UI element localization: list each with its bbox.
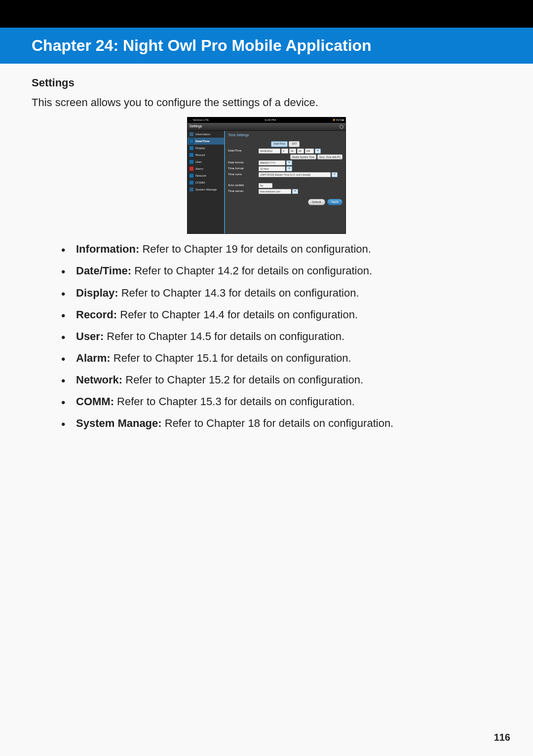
content-area: Settings This screen allows you to confi… bbox=[0, 64, 533, 432]
status-left: … Verizon LTE bbox=[189, 118, 209, 122]
tab-row: Date/Time DST bbox=[228, 141, 343, 147]
time-zone-field[interactable]: (GMT-05:00) Eastern Time (U.S. and Canad… bbox=[259, 172, 331, 177]
bullet-label: Date/Time: bbox=[76, 265, 131, 277]
user-icon bbox=[189, 159, 194, 164]
bullet-desc: Refer to Chapter 18 for details on confi… bbox=[162, 417, 394, 429]
list-item: Date/Time: Refer to Chapter 14.2 for det… bbox=[61, 263, 501, 279]
system-icon bbox=[189, 187, 194, 192]
bullet-desc: Refer to Chapter 15.1 for details on con… bbox=[111, 352, 351, 364]
date-format-dropdown[interactable] bbox=[286, 160, 292, 165]
bullet-desc: Refer to Chapter 14.3 for details on con… bbox=[118, 287, 359, 299]
time-server-dropdown[interactable] bbox=[292, 189, 298, 194]
settings-pane: Time Settings Date/Time DST Date/Time 09… bbox=[225, 131, 345, 233]
status-bar: … Verizon LTE 6:29 PM ⚡ 81%■ bbox=[188, 117, 345, 123]
time-format-dropdown[interactable] bbox=[286, 166, 292, 171]
app-header-label: Settings bbox=[190, 124, 202, 129]
sidebar-item-label: System Manage bbox=[195, 188, 217, 192]
sidebar-item-network[interactable]: Network bbox=[188, 172, 224, 179]
tab-date-time[interactable]: Date/Time bbox=[271, 141, 288, 147]
bullet-label: User: bbox=[76, 330, 104, 342]
bullet-label: System Manage: bbox=[76, 417, 162, 429]
bullet-desc: Refer to Chapter 14.2 for details on con… bbox=[131, 265, 372, 277]
list-item: System Manage: Refer to Chapter 18 for d… bbox=[61, 415, 501, 432]
pane-title: Time Settings bbox=[228, 133, 343, 138]
clock-icon bbox=[189, 139, 194, 144]
sidebar-item-date-time[interactable]: Date/Time bbox=[188, 138, 224, 145]
sidebar-item-label: Date/Time bbox=[195, 139, 210, 144]
row-auto-update: Auto update No bbox=[228, 183, 343, 188]
date-field[interactable]: 09/28/2012 bbox=[259, 149, 280, 153]
display-icon bbox=[189, 146, 194, 151]
sidebar-item-display[interactable]: Display bbox=[188, 145, 224, 151]
sidebar-item-comm[interactable]: COMM bbox=[188, 179, 224, 186]
bullet-desc: Refer to Chapter 14.4 for details on con… bbox=[117, 308, 358, 321]
label-date-format: Date format bbox=[228, 160, 259, 165]
bullet-label: Record: bbox=[76, 308, 117, 321]
date-format-field[interactable]: MM/DD/YYYY bbox=[259, 160, 285, 165]
sidebar-item-label: Display bbox=[195, 146, 205, 151]
bullet-desc: Refer to Chapter 14.5 for details on con… bbox=[104, 330, 344, 342]
record-icon bbox=[189, 152, 194, 157]
bullet-label: COMM: bbox=[76, 395, 114, 408]
label-time-server: Time server bbox=[228, 189, 259, 193]
app-body: Information Date/Time Display Record Use… bbox=[188, 131, 345, 233]
label-time-format: Time format bbox=[228, 166, 259, 171]
label-time-zone: Time zone bbox=[228, 172, 259, 177]
sidebar-item-record[interactable]: Record bbox=[188, 151, 224, 158]
sidebar-item-information[interactable]: Information bbox=[188, 131, 224, 138]
top-black-band bbox=[0, 0, 533, 28]
network-icon bbox=[189, 173, 194, 178]
section-intro: This screen allows you to configure the … bbox=[32, 94, 501, 111]
sidebar-item-label: Record bbox=[195, 153, 205, 157]
bullet-list: Information: Refer to Chapter 19 for det… bbox=[32, 241, 501, 432]
sidebar-item-system-manage[interactable]: System Manage bbox=[188, 186, 224, 193]
label-auto-update: Auto update bbox=[228, 183, 259, 188]
chapter-title: Chapter 24: Night Owl Pro Mobile Applica… bbox=[0, 28, 533, 64]
list-item: COMM: Refer to Chapter 15.3 for details … bbox=[61, 393, 501, 410]
list-item: Alarm: Refer to Chapter 15.1 for details… bbox=[61, 350, 501, 367]
modify-system-time-button[interactable]: Modify System Time bbox=[290, 154, 316, 159]
sidebar-item-label: Information bbox=[195, 132, 210, 137]
app-screenshot: … Verizon LTE 6:29 PM ⚡ 81%■ Settings In… bbox=[187, 117, 346, 234]
list-item: Information: Refer to Chapter 19 for det… bbox=[61, 241, 501, 258]
sidebar-item-label: COMM bbox=[195, 181, 205, 185]
list-item: User: Refer to Chapter 14.5 for details … bbox=[61, 328, 501, 345]
alarm-icon bbox=[189, 166, 194, 171]
row-sync-buttons: Modify System Time Sync. Time with PC bbox=[228, 154, 343, 159]
sidebar-item-label: Alarm bbox=[195, 167, 203, 171]
info-icon bbox=[189, 132, 194, 137]
status-center: 6:29 PM bbox=[265, 118, 276, 122]
app-header: Settings bbox=[188, 123, 345, 131]
bullet-desc: Refer to Chapter 15.2 for details on con… bbox=[122, 374, 363, 386]
gear-icon[interactable] bbox=[340, 125, 343, 129]
ampm-dropdown[interactable] bbox=[315, 149, 321, 153]
app-sidebar: Information Date/Time Display Record Use… bbox=[188, 131, 225, 233]
status-right: ⚡ 81%■ bbox=[332, 118, 344, 122]
time-s-field[interactable]: 40 bbox=[297, 149, 304, 153]
time-server-field[interactable]: time.windows.com bbox=[259, 189, 291, 194]
bullet-desc: Refer to Chapter 15.3 for details on con… bbox=[114, 395, 355, 408]
row-date-time: Date/Time 09/28/2012 0 54 40 PM bbox=[228, 149, 343, 153]
bullet-label: Alarm: bbox=[76, 352, 111, 364]
bullet-desc: Refer to Chapter 19 for details on confi… bbox=[139, 243, 371, 255]
apply-button[interactable]: Apply bbox=[327, 199, 343, 205]
pane-footer-buttons: Default Apply bbox=[228, 199, 343, 205]
sync-time-with-pc-button[interactable]: Sync. Time with PC bbox=[317, 154, 343, 159]
bullet-label: Information: bbox=[76, 243, 139, 255]
row-time-zone: Time zone (GMT-05:00) Eastern Time (U.S.… bbox=[228, 172, 343, 177]
tab-dst[interactable]: DST bbox=[289, 141, 300, 147]
sidebar-item-alarm[interactable]: Alarm bbox=[188, 165, 224, 172]
default-button[interactable]: Default bbox=[308, 199, 325, 205]
time-zone-dropdown[interactable] bbox=[332, 172, 338, 177]
auto-update-field[interactable]: No bbox=[259, 183, 272, 188]
ampm-field[interactable]: PM bbox=[305, 149, 314, 153]
row-date-format: Date format MM/DD/YYYY bbox=[228, 160, 343, 165]
time-format-field[interactable]: 12 Hour bbox=[259, 166, 285, 171]
sidebar-item-label: Network bbox=[195, 174, 206, 178]
sidebar-item-user[interactable]: User bbox=[188, 158, 224, 165]
list-item: Display: Refer to Chapter 14.3 for detai… bbox=[61, 285, 501, 302]
row-time-server: Time server time.windows.com bbox=[228, 189, 343, 194]
time-h-field[interactable]: 0 bbox=[281, 149, 288, 153]
time-m-field[interactable]: 54 bbox=[289, 149, 296, 153]
section-title: Settings bbox=[32, 75, 501, 91]
